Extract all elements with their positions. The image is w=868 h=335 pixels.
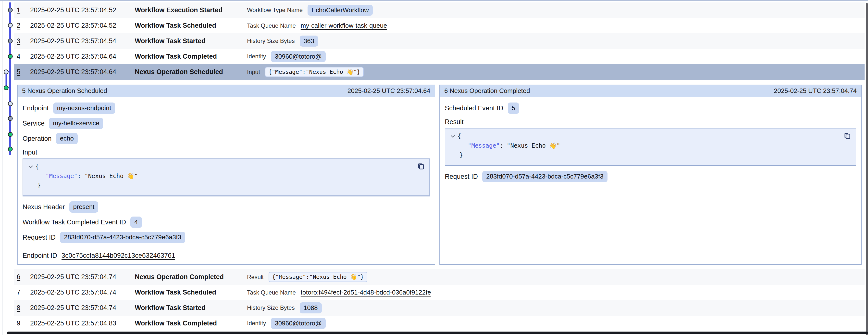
- detail-field-workflow-task-completed-event-id: Workflow Task Completed Event ID4: [23, 215, 430, 230]
- field-value-badge: 4: [130, 217, 142, 228]
- panel-timestamp: 2025-02-25 UTC 23:57:04.74: [774, 87, 857, 95]
- field-value-badge: echo: [56, 133, 78, 144]
- detail-field-request-id: Request ID283fd070-d57a-4423-bdca-c5c779…: [445, 169, 856, 184]
- timeline-node-5-open-branch[interactable]: [4, 70, 8, 74]
- json-close-brace: }: [37, 182, 41, 189]
- event-summary: Result{"Message":"Nexus Echo 👋"}: [247, 272, 367, 282]
- summary-label: Task Queue Name: [247, 289, 296, 296]
- event-summary: History Size Bytes1088: [247, 302, 322, 314]
- timeline-node-3-neutral[interactable]: [8, 39, 12, 43]
- field-label: Nexus Header: [23, 203, 65, 211]
- panel-fields: Endpointmy-nexus-endpointServicemy-hello…: [23, 101, 430, 146]
- panel-header: 6 Nexus Operation Completed 2025-02-25 U…: [440, 85, 861, 97]
- summary-label: Input: [247, 69, 260, 76]
- collapse-chevron-icon[interactable]: [450, 132, 458, 141]
- field-value-badge: my-nexus-endpoint: [53, 103, 115, 114]
- event-row-5[interactable]: 52025-02-25 UTC 23:57:04.64Nexus Operati…: [14, 64, 865, 80]
- summary-label: Identity: [247, 53, 266, 60]
- timeline-node-4-success[interactable]: [8, 54, 12, 59]
- detail-field-nexus-header: Nexus Headerpresent: [23, 199, 430, 215]
- field-label: Service: [23, 120, 44, 127]
- copy-icon[interactable]: [843, 132, 852, 142]
- field-label: Request ID: [445, 173, 478, 180]
- payload-codeblock: { "Message": "Nexus Echo 👋" }: [23, 159, 430, 196]
- event-name: Workflow Task Started: [135, 304, 247, 312]
- timeline-node-7-open[interactable]: [8, 102, 12, 106]
- summary-value-badge: 30960@totoro@: [271, 51, 326, 62]
- event-row-9[interactable]: 92025-02-25 UTC 23:57:04.83Workflow Task…: [14, 316, 865, 331]
- summary-value-badge: 1088: [300, 302, 322, 314]
- field-value-badge: 283fd070-d57a-4423-bdca-c5c779e6a3f3: [60, 232, 185, 243]
- json-key: "Message": [45, 173, 78, 179]
- event-summary: Identity30960@totoro@: [247, 318, 326, 329]
- event-row-3[interactable]: 32025-02-25 UTC 23:57:04.54Workflow Task…: [14, 33, 865, 49]
- detail-field-service: Servicemy-hello-service: [23, 116, 430, 131]
- timeline-graph: [0, 0, 15, 172]
- field-label: Scheduled Event ID: [445, 105, 503, 112]
- event-number-link[interactable]: 4: [17, 53, 30, 60]
- event-timestamp: 2025-02-25 UTC 23:57:04.83: [30, 319, 135, 327]
- summary-value-badge: 363: [300, 35, 318, 47]
- json-value: "Nexus Echo 👋": [507, 142, 560, 149]
- summary-label: History Size Bytes: [247, 304, 295, 311]
- event-row-7[interactable]: 72025-02-25 UTC 23:57:04.74Workflow Task…: [14, 285, 865, 300]
- event-summary: Task Queue Namemy-caller-workflow-task-q…: [247, 22, 387, 29]
- timeline-node-2-open[interactable]: [8, 23, 12, 27]
- horizontal-scrollbar[interactable]: [7, 332, 868, 334]
- json-value: "Nexus Echo 👋": [85, 173, 138, 179]
- event-name: Workflow Task Scheduled: [135, 22, 247, 29]
- summary-label: Workflow Type Name: [247, 7, 303, 13]
- summary-value-link[interactable]: totoro:f494fecf-2d51-4d48-bdcd-036a0f912…: [301, 289, 431, 296]
- panel-body: Scheduled Event ID5 Result { "Message": …: [440, 97, 861, 184]
- copy-icon[interactable]: [417, 162, 426, 172]
- field-label: Request ID: [23, 234, 56, 241]
- event-name: Nexus Operation Scheduled: [135, 68, 247, 76]
- event-name: Workflow Task Completed: [135, 53, 247, 60]
- event-number-link[interactable]: 1: [17, 6, 30, 14]
- summary-label: Result: [247, 274, 264, 281]
- field-value-badge: present: [69, 201, 98, 213]
- event-number-link[interactable]: 6: [17, 273, 30, 281]
- field-label: Endpoint: [23, 105, 49, 112]
- summary-value-badge: EchoCallerWorkflow: [308, 5, 373, 16]
- collapse-chevron-icon[interactable]: [28, 162, 35, 171]
- field-label: Endpoint ID: [23, 252, 57, 259]
- event-number-link[interactable]: 7: [17, 289, 30, 296]
- timeline-node-1-neutral[interactable]: [8, 8, 12, 12]
- summary-label: History Size Bytes: [247, 37, 295, 45]
- timeline-node-10-success[interactable]: [8, 147, 12, 151]
- vertical-scrollbar[interactable]: [866, 3, 868, 335]
- timeline-node-8-neutral[interactable]: [8, 116, 12, 121]
- field-label: Workflow Task Completed Event ID: [23, 219, 126, 226]
- event-number-link[interactable]: 5: [17, 68, 30, 76]
- event-row-8[interactable]: 82025-02-25 UTC 23:57:04.74Workflow Task…: [14, 300, 865, 316]
- detail-field-request-id: Request ID283fd070-d57a-4423-bdca-c5c779…: [23, 230, 430, 245]
- event-timestamp: 2025-02-25 UTC 23:57:04.52: [30, 6, 135, 14]
- event-number-link[interactable]: 2: [17, 22, 30, 29]
- event-row-2[interactable]: 22025-02-25 UTC 23:57:04.52Workflow Task…: [14, 18, 865, 33]
- event-summary: Input{"Message":"Nexus Echo 👋"}: [247, 67, 364, 77]
- json-key: "Message": [468, 142, 500, 149]
- timeline-node-6-success-branch[interactable]: [4, 86, 8, 90]
- field-label: Operation: [23, 135, 52, 142]
- event-number-link[interactable]: 3: [17, 37, 30, 45]
- summary-label: Identity: [247, 320, 266, 327]
- panel-header: 5 Nexus Operation Scheduled 2025-02-25 U…: [18, 85, 435, 97]
- summary-value-badge: 30960@totoro@: [271, 318, 326, 329]
- detail-field-endpoint: Endpointmy-nexus-endpoint: [23, 101, 430, 116]
- panel-timestamp: 2025-02-25 UTC 23:57:04.64: [347, 87, 430, 95]
- detail-field-operation: Operationecho: [23, 131, 430, 146]
- event-number-link[interactable]: 9: [17, 319, 30, 327]
- event-detail-panel-completed: 6 Nexus Operation Completed 2025-02-25 U…: [439, 85, 862, 266]
- event-summary: Identity30960@totoro@: [247, 51, 326, 62]
- event-row-4[interactable]: 42025-02-25 UTC 23:57:04.64Workflow Task…: [14, 49, 865, 64]
- detail-field-scheduled-event-id: Scheduled Event ID5: [445, 101, 856, 116]
- field-value-badge: 283fd070-d57a-4423-bdca-c5c779e6a3f3: [482, 171, 608, 182]
- summary-value-link[interactable]: my-caller-workflow-task-queue: [301, 22, 387, 29]
- event-row-1[interactable]: 12025-02-25 UTC 23:57:04.52Workflow Exec…: [14, 2, 865, 18]
- event-row-6[interactable]: 62025-02-25 UTC 23:57:04.74Nexus Operati…: [14, 269, 865, 285]
- event-number-link[interactable]: 8: [17, 304, 30, 312]
- timeline-node-9-success[interactable]: [8, 133, 12, 137]
- field-value-link[interactable]: 3c0c75ccfa8144b092c13ce632463761: [62, 252, 175, 259]
- top-divider: [0, 0, 868, 1]
